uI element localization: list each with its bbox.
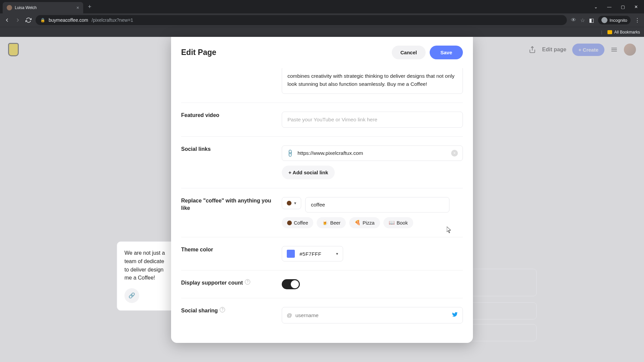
social-sharing-label: Social sharing ? [181, 307, 275, 323]
chevron-down-icon: ▾ [336, 251, 338, 256]
beer-emoji-icon: 🍺 [322, 220, 328, 226]
incognito-label: Incognito [609, 18, 627, 23]
tab-close-icon[interactable]: × [76, 5, 79, 10]
social-links-label: Social links [181, 145, 275, 179]
incognito-icon [601, 17, 607, 23]
emoji-select[interactable]: ▾ [282, 197, 301, 209]
help-icon[interactable]: ? [245, 279, 250, 285]
twitter-username-input-wrapper[interactable]: @ [282, 307, 463, 323]
replace-word-input[interactable] [305, 197, 449, 213]
lock-icon: 🔒 [40, 18, 45, 22]
window-close-icon[interactable]: ✕ [631, 2, 641, 11]
url-path: /pixelcraftux?new=1 [92, 17, 133, 23]
star-icon[interactable]: ☆ [580, 17, 585, 23]
bookmarks-label[interactable]: All Bookmarks [614, 30, 640, 35]
tab-bar: Luisa Welch × + ⌄ — ▢ ✕ [0, 0, 644, 13]
featured-video-input[interactable] [282, 112, 463, 128]
modal-body: combines creativity with strategic think… [171, 66, 473, 343]
at-symbol: @ [287, 312, 292, 318]
toggle-knob [291, 280, 299, 288]
theme-color-select[interactable]: #5F7FFF ▾ [282, 246, 343, 261]
theme-color-label: Theme color [181, 246, 275, 261]
browser-chrome: Luisa Welch × + ⌄ — ▢ ✕ 🔒 buymeacoffee.c… [0, 0, 644, 37]
modal-header: Edit Page Cancel Save [171, 37, 473, 68]
url-host: buymeacoffee.com [49, 17, 88, 23]
chip-book[interactable]: 📖Book [383, 217, 413, 228]
new-tab-button[interactable]: + [85, 2, 95, 12]
chevron-down-icon: ▾ [294, 201, 296, 205]
eye-off-icon[interactable]: 👁 [571, 17, 576, 23]
social-link-value: https://www.pixelcraftux.com [298, 150, 447, 156]
about-textarea[interactable]: combines creativity with strategic think… [282, 66, 463, 94]
replace-coffee-label: Replace "coffee" with anything you like [181, 197, 275, 228]
bookmarks-bar: | All Bookmarks [0, 27, 644, 37]
coffee-emoji-icon [287, 221, 292, 225]
link-icon: 🔗 [124, 288, 139, 303]
minimize-icon[interactable]: — [604, 2, 615, 11]
favicon-icon [7, 5, 12, 10]
clear-icon[interactable]: × [451, 150, 458, 157]
link-icon: 🔗 [285, 148, 295, 158]
pizza-emoji-icon: 🍕 [355, 220, 361, 226]
save-button[interactable]: Save [430, 46, 463, 59]
chip-coffee[interactable]: Coffee [282, 217, 313, 228]
add-social-link-button[interactable]: + Add social link [282, 166, 335, 179]
reload-icon[interactable] [25, 17, 32, 23]
maximize-icon[interactable]: ▢ [618, 2, 628, 11]
social-link-input[interactable]: 🔗 https://www.pixelcraftux.com × [282, 145, 463, 161]
twitter-username-input[interactable] [296, 312, 448, 318]
tab-title: Luisa Welch [15, 5, 37, 10]
back-icon[interactable] [4, 17, 10, 23]
coffee-emoji-icon [287, 201, 291, 205]
cancel-button[interactable]: Cancel [392, 46, 426, 59]
theme-hex-value: #5F7FFF [300, 251, 321, 257]
edit-page-modal: Edit Page Cancel Save combines creativit… [171, 37, 473, 343]
folder-icon [607, 30, 612, 34]
twitter-icon [452, 311, 458, 319]
modal-title: Edit Page [181, 48, 216, 57]
incognito-indicator[interactable]: Incognito [598, 16, 631, 24]
extension-icon[interactable]: ◧ [589, 17, 594, 23]
forward-icon[interactable] [15, 17, 21, 23]
url-field[interactable]: 🔒 buymeacoffee.com/pixelcraftux?new=1 [36, 15, 567, 25]
supporter-count-label: Display supporter count ? [181, 279, 275, 289]
supporter-count-toggle[interactable] [282, 279, 300, 289]
preset-chips: Coffee 🍺Beer 🍕Pizza 📖Book [282, 217, 463, 228]
chip-pizza[interactable]: 🍕Pizza [349, 217, 380, 228]
menu-dots-icon[interactable]: ⋮ [635, 17, 640, 23]
help-icon[interactable]: ? [220, 307, 225, 312]
tab-dropdown-icon[interactable]: ⌄ [591, 2, 601, 11]
browser-tab[interactable]: Luisa Welch × [3, 2, 83, 13]
page-viewport: Edit page + Create We are not just a tea… [0, 37, 644, 362]
chip-beer[interactable]: 🍺Beer [317, 217, 346, 228]
window-controls: ⌄ — ▢ ✕ [591, 2, 641, 11]
color-swatch [287, 250, 295, 258]
book-emoji-icon: 📖 [389, 220, 395, 226]
address-bar: 🔒 buymeacoffee.com/pixelcraftux?new=1 👁 … [0, 13, 644, 27]
featured-video-label: Featured video [181, 112, 275, 128]
